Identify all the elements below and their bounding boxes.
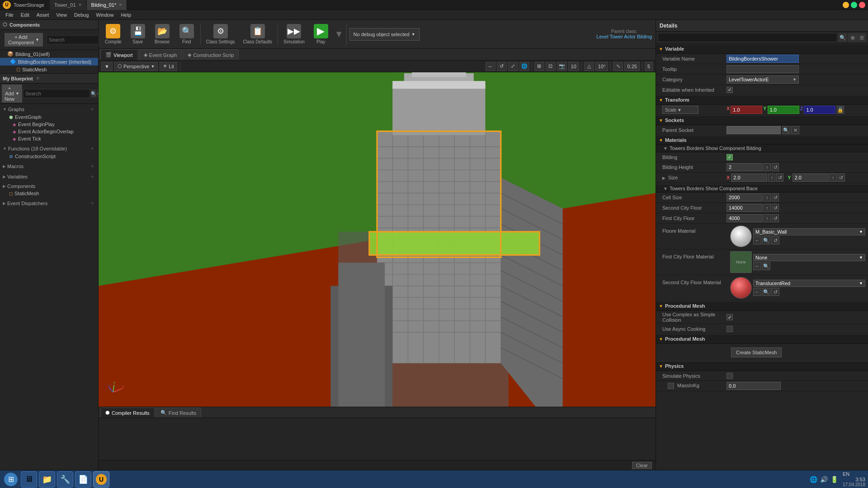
add-function-button[interactable]: + bbox=[89, 145, 95, 152]
vp-rotate-button[interactable]: ↺ bbox=[497, 62, 507, 71]
add-graph-button[interactable]: + bbox=[89, 106, 95, 113]
first-city-material-nav-button[interactable]: ← bbox=[753, 262, 761, 270]
vp-grid-value-button[interactable]: 10 bbox=[568, 62, 579, 71]
second-city-floor-up-button[interactable]: ↑ bbox=[764, 204, 771, 212]
vp-translate-button[interactable]: ↔ bbox=[486, 62, 495, 71]
minimize-button[interactable] bbox=[843, 2, 849, 8]
vp-angle-value-button[interactable]: 10° bbox=[595, 62, 609, 71]
materials-section-header[interactable]: ▼ Materials bbox=[656, 136, 868, 145]
variable-name-input[interactable] bbox=[726, 55, 799, 63]
tab-close-icon[interactable]: ✕ bbox=[78, 2, 82, 7]
procedural-mesh-1-header[interactable]: ▼ Procedural Mesh bbox=[656, 301, 868, 311]
size-x-reset-button[interactable]: ↺ bbox=[776, 174, 783, 182]
start-button[interactable]: ⊞ bbox=[3, 471, 19, 488]
mass-checkbox-icon[interactable] bbox=[668, 383, 674, 389]
size-y-reset-button[interactable]: ↺ bbox=[838, 174, 845, 182]
clear-button[interactable]: Clear bbox=[632, 462, 652, 469]
component-item-bilding[interactable]: 📦 Bilding_01(self) bbox=[0, 50, 98, 58]
size-y-input[interactable] bbox=[793, 174, 829, 182]
sockets-section-header[interactable]: ▼ Sockets bbox=[656, 115, 868, 125]
menu-asset[interactable]: Asset bbox=[33, 10, 53, 20]
tab-constructionscript[interactable]: ◈ Construction Scrip bbox=[183, 49, 239, 60]
vp-world-button[interactable]: 🌐 bbox=[519, 62, 529, 71]
taskbar-app-file-explorer[interactable]: 🖥 bbox=[21, 471, 37, 488]
debug-filter-button[interactable]: No debug object selected ▼ bbox=[349, 28, 420, 41]
tab-viewport[interactable]: 🎬 Viewport bbox=[100, 49, 138, 60]
second-city-material-browse-button[interactable]: 🔍 bbox=[762, 288, 770, 296]
browse-button[interactable]: 📂 Browse bbox=[151, 22, 173, 46]
bilding-height-up-button[interactable]: ↑ bbox=[764, 163, 771, 171]
vp-dropdown-button[interactable]: ▼ bbox=[101, 62, 113, 71]
socket-clear-button[interactable]: ✕ bbox=[791, 126, 799, 134]
menu-help[interactable]: Help bbox=[117, 10, 135, 20]
find-button[interactable]: 🔍 Find bbox=[176, 22, 198, 46]
scale-x-input[interactable] bbox=[731, 106, 762, 114]
vp-angle-icon[interactable]: △ bbox=[584, 62, 594, 71]
menu-edit[interactable]: Edit bbox=[17, 10, 33, 20]
editable-checkbox[interactable] bbox=[726, 87, 733, 93]
second-city-material-reset-button[interactable]: ↺ bbox=[771, 288, 779, 296]
first-city-floor-material-name[interactable]: None ▼ bbox=[753, 254, 865, 261]
details-search-icon[interactable]: 🔍 bbox=[838, 33, 847, 42]
scale-lock-icon[interactable]: 🔒 bbox=[837, 106, 844, 114]
functions-section-header[interactable]: ▼ Functions (18 Overridable) + bbox=[0, 144, 98, 153]
bilding-height-input[interactable] bbox=[726, 163, 763, 171]
bp-item-constructionscript[interactable]: ⚙ ConstructionScript bbox=[0, 153, 98, 160]
tab-close-icon-2[interactable]: ✕ bbox=[118, 2, 122, 7]
taskbar-app-folder[interactable]: 📁 bbox=[39, 471, 55, 488]
blueprint-search-button[interactable]: 🔍 bbox=[91, 89, 96, 98]
bp-item-beginplay[interactable]: ◈ Event BeginPlay bbox=[0, 121, 98, 128]
class-defaults-button[interactable]: 📋 Class Defaults bbox=[241, 22, 275, 46]
cell-size-input[interactable] bbox=[726, 193, 763, 202]
bp-item-beginoverlap[interactable]: ◈ Event ActorBeginOverlap bbox=[0, 128, 98, 135]
simulation-button[interactable]: ▶▶ Simulation bbox=[281, 22, 307, 46]
taskbar-app-settings[interactable]: 🔧 bbox=[57, 471, 73, 488]
size-y-up-button[interactable]: ↑ bbox=[830, 174, 837, 182]
scale-z-input[interactable] bbox=[804, 106, 835, 114]
close-button[interactable] bbox=[859, 2, 865, 8]
vp-grid-button[interactable]: ⊞ bbox=[534, 62, 544, 71]
floore-material-nav-button[interactable]: ← bbox=[753, 236, 761, 244]
category-combo[interactable]: LevelTowerActorE ▼ bbox=[726, 75, 799, 84]
bp-item-staticmesh-comp[interactable]: ◻ StaticMesh bbox=[0, 190, 98, 197]
bilding-height-reset-button[interactable]: ↺ bbox=[772, 163, 779, 171]
first-city-floor-up-button[interactable]: ↑ bbox=[764, 214, 771, 222]
mass-input[interactable] bbox=[726, 382, 781, 390]
first-city-material-browse-button[interactable]: 🔍 bbox=[762, 262, 770, 270]
perspective-button[interactable]: ⬡ Perspective ▼ bbox=[114, 62, 158, 71]
blueprint-eye-button[interactable]: 👁 bbox=[97, 89, 98, 98]
tab-tower01[interactable]: Tower_01 ✕ bbox=[50, 0, 87, 10]
second-city-floor-material-name[interactable]: TranslucentRed ▼ bbox=[753, 280, 865, 287]
menu-window[interactable]: Window bbox=[92, 10, 117, 20]
add-dispatcher-button[interactable]: + bbox=[89, 200, 95, 206]
vp-scale-button[interactable]: ⤢ bbox=[508, 62, 518, 71]
second-city-floor-reset-button[interactable]: ↺ bbox=[772, 204, 779, 212]
add-macro-button[interactable]: + bbox=[89, 163, 95, 169]
taskbar-app-unreal[interactable]: U bbox=[93, 471, 109, 488]
blueprint-close-button[interactable]: ✕ bbox=[36, 75, 40, 81]
add-new-button[interactable]: + Add New ▼ bbox=[2, 84, 22, 103]
floore-material-browse-button[interactable]: 🔍 bbox=[762, 236, 770, 244]
battery-icon[interactable]: 🔋 bbox=[830, 476, 838, 483]
second-city-floor-input[interactable] bbox=[726, 204, 763, 212]
socket-search-button[interactable]: 🔍 bbox=[782, 126, 790, 134]
network-icon[interactable]: 🌐 bbox=[810, 476, 817, 483]
component-item-borders[interactable]: 🔷 BildingBordersShower (Inherited) bbox=[0, 58, 98, 66]
second-city-material-nav-button[interactable]: ← bbox=[753, 288, 761, 296]
variables-section-header[interactable]: ▶ Variables + bbox=[0, 172, 98, 181]
scale-y-input[interactable] bbox=[768, 106, 799, 114]
use-async-checkbox[interactable] bbox=[726, 326, 733, 332]
floore-material-name[interactable]: M_Basic_Wall ▼ bbox=[753, 228, 865, 235]
add-variable-button[interactable]: + bbox=[89, 173, 95, 180]
menu-view[interactable]: View bbox=[52, 10, 71, 20]
component-item-staticmesh[interactable]: ◻ StaticMesh bbox=[0, 66, 98, 73]
vp-camera-button[interactable]: 📷 bbox=[557, 62, 567, 71]
taskbar-app-document[interactable]: 📄 bbox=[75, 471, 91, 488]
bp-item-eventgraph[interactable]: ⬢ EventGraph bbox=[0, 113, 98, 121]
cell-size-up-button[interactable]: ↑ bbox=[764, 193, 771, 202]
details-search-input[interactable] bbox=[658, 33, 837, 42]
simulate-physics-checkbox[interactable] bbox=[726, 373, 733, 379]
tab-eventgraph[interactable]: ◈ Event Graph bbox=[139, 49, 182, 60]
add-component-button[interactable]: + Add Component ▼ bbox=[5, 33, 43, 47]
dispatchers-section-header[interactable]: ▶ Event Dispatchers + bbox=[0, 199, 98, 207]
